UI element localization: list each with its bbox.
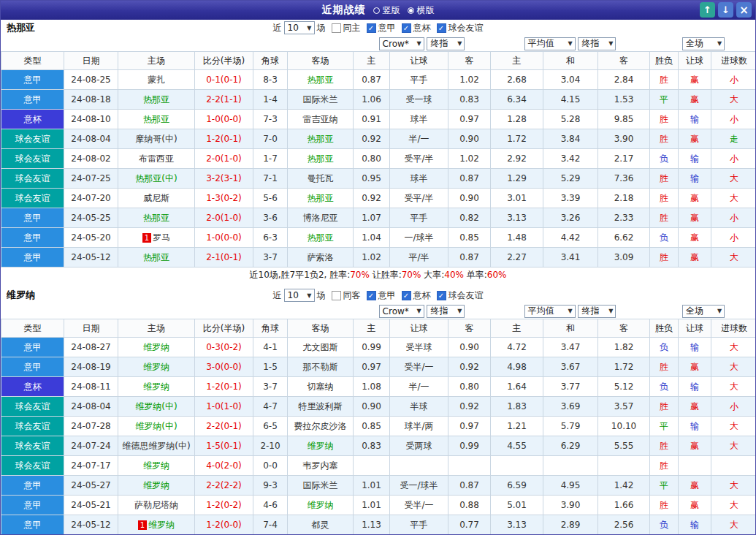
- handicap-result-cell: 赢: [679, 357, 711, 377]
- league-cell: 意甲: [1, 248, 64, 268]
- away-odds-cell: 0.90: [448, 129, 491, 149]
- away-team-cell: 博洛尼亚: [288, 208, 354, 228]
- away-team-cell: 热那亚: [288, 189, 354, 208]
- odds-final-select[interactable]: 终指▼: [427, 305, 465, 318]
- league-cell: 球会友谊: [1, 189, 64, 208]
- team-link[interactable]: 特里波利斯: [299, 401, 343, 411]
- avg-select[interactable]: 平均值▼: [524, 305, 576, 318]
- goals-result-cell: 大: [711, 436, 756, 456]
- scope-select[interactable]: 全场▼: [682, 305, 725, 318]
- score-cell: 1-0(1-0): [195, 397, 253, 417]
- odds-company-select[interactable]: Crow*▼: [379, 305, 424, 318]
- team-link[interactable]: 博洛尼亚: [303, 213, 338, 223]
- team-link[interactable]: 热那亚: [143, 114, 169, 124]
- league-filter-checkbox[interactable]: ✓: [437, 291, 446, 300]
- match-row: 意甲24-05-12热那亚2-1(0-1)3-7萨索洛1.02平/半0.872.…: [1, 248, 756, 268]
- team-link[interactable]: 维罗纳(中): [135, 421, 177, 431]
- home-odds-cell: 1.13: [354, 515, 390, 535]
- dropdown-arrow-icon: ▼: [568, 40, 572, 47]
- goals-result-cell: 大: [711, 357, 756, 377]
- avg-final-select[interactable]: 终指▼: [578, 305, 616, 318]
- odds-company-select[interactable]: Crow*▼: [379, 37, 424, 50]
- team-link[interactable]: 都灵: [312, 520, 329, 530]
- avg-away-cell: 1.72: [598, 357, 650, 377]
- home-team-cell: 维罗纳: [118, 377, 195, 397]
- same-venue-checkbox[interactable]: [332, 291, 341, 300]
- team-link[interactable]: 维德思维罗纳(中): [122, 441, 190, 451]
- team-link[interactable]: 雷吉亚纳: [303, 114, 338, 124]
- games-count-select[interactable]: 10▼: [284, 289, 315, 302]
- league-filter-checkbox[interactable]: ✓: [402, 23, 411, 33]
- team-link[interactable]: 切塞纳: [308, 382, 334, 392]
- team-link[interactable]: 萨勒尼塔纳: [134, 500, 178, 510]
- avg-final-select[interactable]: 终指▼: [578, 37, 616, 50]
- team-link[interactable]: 威尼斯: [143, 193, 169, 203]
- league-filter-checkbox[interactable]: ✓: [437, 23, 446, 33]
- team-link[interactable]: 维罗纳: [148, 520, 175, 530]
- team-link[interactable]: 热那亚: [308, 134, 334, 144]
- team-link[interactable]: 蒙扎: [148, 75, 165, 85]
- team-link[interactable]: 曼托瓦: [308, 173, 334, 183]
- scroll-down-button[interactable]: ↓: [718, 2, 733, 18]
- result-cell: 胜: [650, 110, 679, 129]
- home-odds-cell: [354, 456, 390, 476]
- team-link[interactable]: 维罗纳: [143, 480, 169, 490]
- avg-select[interactable]: 平均值▼: [524, 37, 576, 50]
- close-button[interactable]: ×: [736, 2, 752, 18]
- team-link[interactable]: 维罗纳: [143, 382, 169, 392]
- summary-part: 单率:: [464, 270, 487, 280]
- team-link[interactable]: 维罗纳: [308, 441, 334, 451]
- team-link[interactable]: 国际米兰: [303, 94, 338, 105]
- team-link[interactable]: 热那亚: [308, 75, 334, 85]
- match-row: 球会友谊24-07-24维德思维罗纳(中)1-5(0-1)2-10维罗纳0.83…: [1, 436, 756, 456]
- scope-select[interactable]: 全场▼: [682, 37, 725, 50]
- team-link[interactable]: 热那亚(中): [135, 173, 177, 183]
- league-cell: 意甲: [1, 228, 64, 248]
- avg-away-cell: 1.66: [598, 496, 650, 515]
- team-link[interactable]: 萨索洛: [308, 252, 334, 262]
- games-count-select[interactable]: 10▼: [284, 21, 315, 34]
- home-team-cell: 摩纳哥(中): [118, 129, 195, 149]
- team-link[interactable]: 热那亚: [308, 153, 334, 164]
- team-link[interactable]: 维罗纳(中): [135, 401, 177, 411]
- layout-horizontal-option[interactable]: 横版: [408, 4, 435, 17]
- layout-vertical-option[interactable]: 竖版: [373, 4, 400, 17]
- team-section: 热那亚近10▼场同主✓意甲✓意杯✓球会友谊Crow*▼ 终指▼平均值▼ 终指▼全…: [1, 20, 755, 283]
- date-cell: 24-05-25: [64, 208, 118, 228]
- team-link[interactable]: 罗马: [153, 232, 170, 243]
- team-link[interactable]: 国际米兰: [303, 480, 338, 490]
- team-link[interactable]: 维罗纳: [308, 500, 334, 510]
- dropdown-arrow-icon: ▼: [457, 308, 462, 314]
- team-link[interactable]: 热那亚: [143, 94, 169, 105]
- column-header: 比分(半场): [195, 52, 253, 70]
- team-link[interactable]: 热那亚: [308, 232, 334, 243]
- odds-final-select[interactable]: 终指▼: [427, 37, 465, 50]
- team-link[interactable]: 维罗纳: [143, 460, 169, 471]
- avg-draw-cell: 5.79: [543, 417, 598, 436]
- scroll-up-button[interactable]: ↑: [700, 2, 715, 18]
- away-odds-cell: 0.87: [448, 476, 491, 496]
- corners-cell: 4-1: [253, 338, 288, 357]
- team-link[interactable]: 热那亚: [308, 193, 334, 203]
- team-link[interactable]: 摩纳哥(中): [135, 134, 177, 144]
- handicap-result-cell: 赢: [679, 189, 711, 208]
- home-odds-cell: 0.90: [354, 397, 390, 417]
- league-filter-label: 意甲: [378, 289, 396, 302]
- team-link[interactable]: 费拉尔皮沙洛: [294, 421, 347, 431]
- league-filter-checkbox[interactable]: ✓: [402, 291, 411, 300]
- team-link[interactable]: 布雷西亚: [139, 153, 174, 164]
- team-link[interactable]: 维罗纳: [143, 362, 169, 372]
- team-link[interactable]: 热那亚: [143, 252, 169, 262]
- team-link[interactable]: 韦罗内塞: [303, 460, 338, 471]
- home-odds-cell: 0.91: [354, 110, 390, 129]
- league-filter-checkbox[interactable]: ✓: [367, 291, 376, 300]
- team-link[interactable]: 那不勒斯: [303, 362, 338, 372]
- away-odds-cell: [448, 456, 491, 476]
- team-link[interactable]: 热那亚: [143, 213, 169, 223]
- team-link[interactable]: 维罗纳: [143, 342, 169, 352]
- team-link[interactable]: 尤文图斯: [303, 342, 338, 352]
- league-filter-checkbox[interactable]: ✓: [367, 23, 376, 33]
- column-header: 客场: [288, 319, 354, 338]
- column-header: 日期: [64, 52, 118, 70]
- same-venue-checkbox[interactable]: [332, 23, 341, 33]
